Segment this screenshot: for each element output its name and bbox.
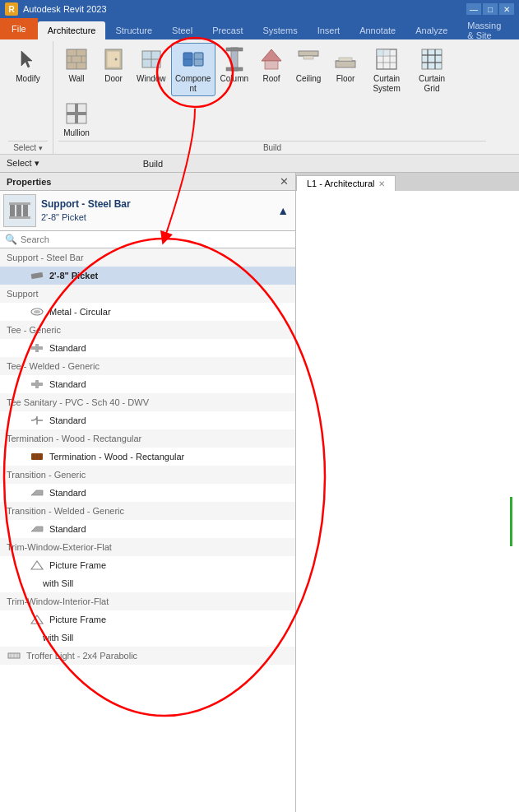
ribbon-group-build: Wall Door: [53, 41, 491, 154]
components-list[interactable]: Support - Steel Bar 2'-8" Picket Support: [0, 248, 295, 812]
list-item[interactable]: Tee Sanitary - PVC - Sch 40 - DWV: [0, 393, 295, 411]
svg-rect-49: [31, 272, 44, 279]
properties-type-selector[interactable]: Support - Steel Bar 2'-8" Picket ▲: [0, 191, 295, 231]
wall-label: Wall: [68, 74, 84, 84]
curtain-grid-icon: [419, 46, 445, 72]
list-item[interactable]: Termination - Wood - Rectangular: [0, 429, 295, 448]
properties-type-expand[interactable]: ▲: [277, 194, 292, 227]
tab-insert[interactable]: Insert: [308, 21, 350, 39]
column-button[interactable]: Column: [216, 43, 253, 86]
door-icon: [100, 46, 127, 72]
minimize-button[interactable]: —: [466, 3, 481, 15]
tab-file[interactable]: File: [0, 18, 38, 39]
select-group-label: Select ▾: [8, 141, 48, 154]
list-item[interactable]: Standard: [0, 375, 295, 393]
list-item[interactable]: Tee - Welded - Generic: [0, 357, 295, 375]
list-item[interactable]: Picture Frame: [0, 556, 295, 574]
drawing-tab-bar: L1 - Architectural ✕: [296, 173, 519, 191]
window-controls[interactable]: — □ ✕: [466, 3, 514, 15]
mullion-button[interactable]: Mullion: [58, 97, 95, 141]
bar-icon: [30, 270, 44, 281]
list-item[interactable]: 2'-8" Picket: [0, 267, 295, 285]
window-button[interactable]: Window: [132, 43, 170, 86]
list-item[interactable]: Support - Steel Bar: [0, 248, 295, 267]
drawing-tab-l1[interactable]: L1 - Architectural ✕: [296, 175, 396, 191]
list-item[interactable]: Trim-Window-Exterior-Flat: [0, 538, 295, 556]
window-icon: [138, 46, 165, 72]
curtain-system-button[interactable]: Curtain System: [364, 43, 409, 96]
list-item[interactable]: Standard: [0, 339, 295, 357]
drawing-tab-close-icon[interactable]: ✕: [378, 179, 385, 188]
properties-panel: Properties ✕ Support - Steel Bar 2'-8" P…: [0, 173, 296, 812]
properties-close-button[interactable]: ✕: [280, 175, 289, 188]
list-item[interactable]: with Sill: [0, 629, 295, 647]
door-label: Door: [104, 74, 123, 84]
svg-rect-25: [304, 56, 313, 59]
main-content: Properties ✕ Support - Steel Bar 2'-8" P…: [0, 173, 519, 812]
tab-structure[interactable]: Structure: [105, 21, 162, 39]
ceiling-button[interactable]: Ceiling: [290, 43, 327, 86]
list-item[interactable]: Standard: [0, 411, 295, 429]
search-box: 🔍: [0, 231, 295, 248]
tab-analyze[interactable]: Analyze: [405, 21, 457, 39]
roof-icon: [258, 46, 285, 72]
select-group-buttons: Modify: [8, 43, 48, 141]
component-button[interactable]: Component: [171, 43, 215, 96]
curtain-grid-label: Curtain Grid: [414, 74, 450, 94]
list-item[interactable]: with Sill: [0, 574, 295, 592]
list-item[interactable]: Metal - Circular: [0, 303, 295, 321]
svg-rect-43: [67, 112, 86, 115]
list-item[interactable]: Troffer Light - 2x4 Parabolic: [0, 647, 295, 665]
list-item[interactable]: Tee - Generic: [0, 321, 295, 339]
build-bar-label: Build: [143, 159, 163, 169]
door-button[interactable]: Door: [95, 43, 132, 86]
column-label: Column: [220, 74, 248, 84]
search-input[interactable]: [21, 234, 290, 244]
list-item[interactable]: Support: [0, 285, 295, 303]
close-button[interactable]: ✕: [499, 3, 514, 15]
svg-rect-47: [9, 202, 30, 205]
tab-architecture[interactable]: Architecture: [38, 21, 106, 39]
svg-rect-44: [10, 204, 15, 217]
select-dropdown[interactable]: Select ▾: [7, 158, 39, 169]
properties-type-name: Support - Steel Bar: [41, 198, 272, 211]
svg-rect-35: [383, 49, 390, 56]
svg-rect-22: [265, 61, 278, 69]
list-item[interactable]: Transition - Generic: [0, 466, 295, 484]
tab-systems[interactable]: Systems: [253, 21, 307, 39]
properties-type-info: Support - Steel Bar 2'-8" Picket: [41, 194, 272, 227]
list-item[interactable]: Standard: [0, 520, 295, 538]
trim-window-int-icon: [30, 614, 44, 625]
transition-icon: [30, 487, 44, 499]
list-item[interactable]: Termination - Wood - Rectangular: [0, 448, 295, 466]
roof-button[interactable]: Roof: [253, 43, 290, 86]
tab-precast[interactable]: Precast: [202, 21, 253, 39]
list-item[interactable]: Trim-Window-Interior-Flat: [0, 592, 295, 610]
tee-welded-icon: [30, 378, 44, 390]
tab-massing[interactable]: Massing & Site: [457, 21, 519, 39]
svg-point-51: [34, 310, 40, 313]
svg-rect-53: [35, 344, 39, 352]
properties-title: Properties: [7, 177, 51, 187]
drawing-canvas: [296, 191, 519, 812]
sanitary-tee-icon: [30, 415, 44, 426]
wall-button[interactable]: Wall: [58, 43, 95, 86]
wall-icon: [63, 46, 90, 72]
list-item[interactable]: Transition - Welded - Generic: [0, 502, 295, 520]
modify-button[interactable]: Modify: [8, 43, 48, 86]
list-item[interactable]: Picture Frame: [0, 610, 295, 629]
component-label: Component: [175, 74, 211, 94]
title-bar-text: Autodesk Revit 2023: [23, 4, 461, 14]
tab-steel[interactable]: Steel: [162, 21, 202, 39]
tee-icon: [30, 342, 44, 354]
curtain-grid-button[interactable]: Curtain Grid: [410, 43, 454, 96]
select-bar: Select ▾ Build: [0, 155, 519, 173]
tab-annotate[interactable]: Annotate: [350, 21, 405, 39]
floor-label: Floor: [336, 74, 355, 84]
list-item[interactable]: Standard: [0, 484, 295, 502]
ceiling-icon: [295, 46, 322, 72]
maximize-button[interactable]: □: [483, 3, 498, 15]
floor-button[interactable]: Floor: [327, 43, 364, 86]
drawing-panel: L1 - Architectural ✕: [296, 173, 519, 812]
floor-icon: [332, 46, 359, 72]
